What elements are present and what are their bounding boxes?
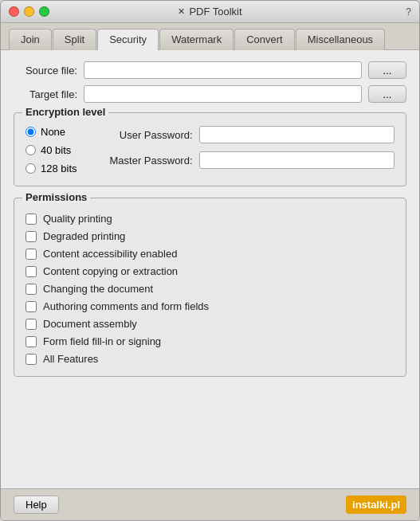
encryption-40bits[interactable]: 40 bits [26, 144, 77, 156]
source-file-label: Source file: [14, 65, 77, 76]
perm-content-accessibility-check[interactable] [26, 249, 37, 260]
tab-security[interactable]: Security [97, 29, 159, 50]
encryption-radio-group: None 40 bits 128 bits [26, 126, 77, 174]
perm-document-assembly-check[interactable] [26, 319, 37, 330]
footer: Help instalki.pl [1, 488, 419, 520]
perm-quality-printing-label: Quality printing [43, 213, 112, 225]
perm-form-field-label: Form field fill-in or signing [43, 335, 161, 347]
close-button[interactable] [9, 6, 19, 17]
source-file-row: Source file: ... [14, 61, 406, 79]
user-password-input[interactable] [199, 126, 394, 143]
perm-changing-document-label: Changing the document [43, 283, 153, 295]
title-text: PDF Toolkit [189, 6, 241, 18]
perm-authoring-comments-label: Authoring comments and form fields [43, 300, 209, 312]
content-area: Source file: ... Target file: ... Encryp… [1, 50, 419, 488]
perm-all-features[interactable]: All Features [26, 353, 394, 365]
master-password-row: Master Password: [101, 151, 394, 169]
titlebar: ✕ PDF Toolkit ? [1, 1, 419, 23]
permissions-section: Permissions Quality printing Degraded pr… [14, 198, 406, 377]
perm-content-accessibility[interactable]: Content accessibility enabled [26, 248, 394, 260]
password-group: User Password: Master Password: [101, 126, 394, 169]
title-icon: ✕ [178, 6, 185, 17]
tab-split[interactable]: Split [53, 29, 96, 50]
perm-content-copying-check[interactable] [26, 266, 37, 277]
encryption-128bits[interactable]: 128 bits [26, 163, 77, 174]
perm-degraded-printing-check[interactable] [26, 231, 37, 242]
perm-content-accessibility-label: Content accessibility enabled [43, 248, 177, 260]
tab-join[interactable]: Join [9, 29, 52, 50]
help-icon[interactable]: ? [406, 6, 411, 18]
encryption-section: Encryption level None 40 bits 128 bits [14, 112, 406, 186]
window-title: ✕ PDF Toolkit [178, 6, 241, 18]
target-file-row: Target file: ... [14, 85, 406, 103]
watermark-logo: instalki.pl [346, 496, 406, 514]
perm-degraded-printing-label: Degraded printing [43, 230, 125, 242]
perm-changing-document-check[interactable] [26, 284, 37, 295]
tab-bar: Join Split Security Watermark Convert Mi… [1, 23, 419, 50]
perm-document-assembly-label: Document assembly [43, 318, 137, 330]
encryption-40-label: 40 bits [41, 144, 71, 156]
permissions-list: Quality printing Degraded printing Conte… [26, 213, 394, 365]
perm-degraded-printing[interactable]: Degraded printing [26, 230, 394, 242]
window-controls [9, 6, 49, 17]
main-window: ✕ PDF Toolkit ? Join Split Security Wate… [0, 0, 420, 521]
encryption-none-label: None [41, 126, 65, 138]
tab-convert[interactable]: Convert [234, 29, 295, 50]
encryption-40-radio[interactable] [26, 145, 36, 155]
tab-watermark[interactable]: Watermark [159, 29, 234, 50]
perm-all-features-label: All Features [43, 353, 98, 365]
perm-form-field[interactable]: Form field fill-in or signing [26, 335, 394, 347]
maximize-button[interactable] [39, 6, 49, 17]
perm-content-copying[interactable]: Content copying or extraction [26, 265, 394, 277]
encryption-128-radio[interactable] [26, 163, 36, 174]
target-file-label: Target file: [14, 88, 77, 100]
encryption-row: None 40 bits 128 bits User Password: [26, 126, 394, 174]
source-file-input[interactable] [84, 61, 362, 79]
encryption-128-label: 128 bits [41, 163, 77, 174]
perm-document-assembly[interactable]: Document assembly [26, 318, 394, 330]
master-password-label: Master Password: [101, 155, 193, 166]
encryption-none-radio[interactable] [26, 127, 36, 137]
user-password-label: User Password: [101, 129, 193, 141]
perm-content-copying-label: Content copying or extraction [43, 265, 178, 277]
encryption-none[interactable]: None [26, 126, 77, 138]
perm-authoring-comments-check[interactable] [26, 301, 37, 312]
user-password-row: User Password: [101, 126, 394, 143]
perm-changing-document[interactable]: Changing the document [26, 283, 394, 295]
target-browse-button[interactable]: ... [368, 85, 406, 103]
perm-form-field-check[interactable] [26, 336, 37, 347]
encryption-label: Encryption level [22, 106, 108, 118]
perm-all-features-check[interactable] [26, 354, 37, 365]
master-password-input[interactable] [199, 151, 394, 169]
perm-quality-printing[interactable]: Quality printing [26, 213, 394, 225]
tab-miscellaneous[interactable]: Miscellaneous [296, 29, 385, 50]
target-file-input[interactable] [84, 85, 362, 103]
permissions-label: Permissions [22, 191, 90, 203]
perm-quality-printing-check[interactable] [26, 213, 37, 225]
help-button[interactable]: Help [14, 496, 59, 514]
perm-authoring-comments[interactable]: Authoring comments and form fields [26, 300, 394, 312]
source-browse-button[interactable]: ... [368, 61, 406, 79]
minimize-button[interactable] [24, 6, 34, 17]
